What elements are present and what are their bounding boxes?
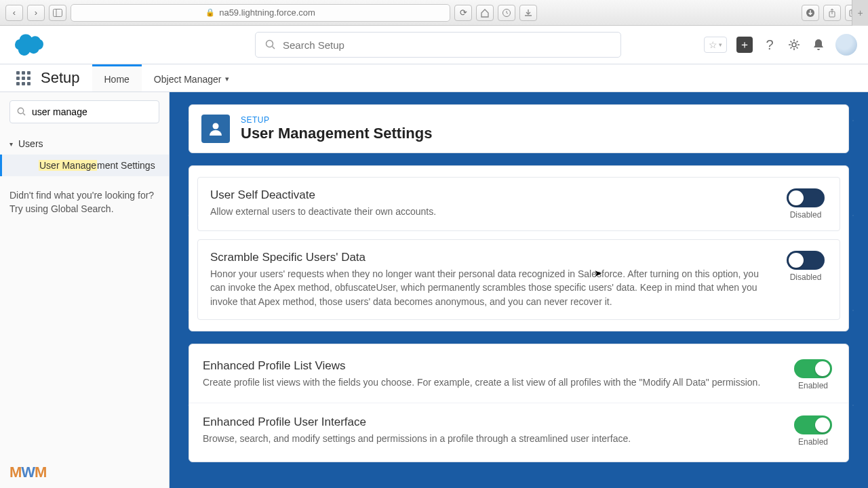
- share-icon: [827, 8, 837, 18]
- global-create-button[interactable]: ＋: [736, 37, 753, 53]
- waffle-icon: [16, 71, 31, 85]
- global-search[interactable]: [255, 32, 621, 58]
- setting-enhanced-profile-list-views: Enhanced Profile List Views Create profi…: [189, 347, 848, 403]
- history-button[interactable]: [498, 5, 515, 21]
- chevron-down-icon: ▾: [225, 75, 229, 83]
- tree-label-rest: ment Settings: [97, 160, 155, 171]
- download-arrow-icon: [806, 8, 815, 18]
- setting-desc: Create profile list views with the field…: [203, 375, 778, 389]
- tab-object-manager[interactable]: Object Manager ▾: [142, 64, 242, 92]
- panel-icon: [53, 9, 62, 17]
- user-icon: [201, 115, 230, 143]
- svg-point-12: [213, 123, 219, 129]
- browser-toolbar: ‹ › 🔒 na59.lightning.force.com ⟳ +: [0, 0, 868, 26]
- toggle-state-label: Enabled: [798, 381, 828, 390]
- setting-title: Enhanced Profile User Interface: [203, 415, 778, 429]
- tree-node-users[interactable]: ▾ Users: [0, 133, 169, 155]
- favorites-button[interactable]: ☆▾: [704, 37, 727, 53]
- forward-button[interactable]: ›: [27, 5, 45, 21]
- setting-scramble-users-data: Scramble Specific Users' Data Honor your…: [197, 239, 840, 320]
- quick-find[interactable]: [9, 100, 159, 123]
- setup-gear-button[interactable]: [787, 37, 802, 52]
- tab-label: Object Manager: [154, 74, 222, 85]
- setting-title: Scramble Specific Users' Data: [210, 251, 770, 264]
- downloads-button[interactable]: [519, 5, 537, 21]
- watermark: MWM: [9, 464, 46, 481]
- app-launcher[interactable]: [12, 64, 34, 92]
- svg-line-11: [23, 113, 25, 115]
- url-text: na59.lightning.force.com: [219, 7, 315, 18]
- sidebar-toggle-button[interactable]: [49, 5, 66, 21]
- global-search-input[interactable]: [283, 39, 611, 51]
- sidebar-hint: Didn't find what you're looking for? Try…: [0, 176, 169, 228]
- svg-line-8: [273, 47, 275, 49]
- svg-rect-0: [54, 9, 62, 16]
- home-icon: [480, 8, 490, 18]
- tab-home[interactable]: Home: [92, 64, 142, 92]
- settings-group-2: Enhanced Profile List Views Create profi…: [189, 344, 849, 462]
- highlight-match: User Manage: [39, 160, 97, 171]
- address-bar[interactable]: 🔒 na59.lightning.force.com: [71, 4, 450, 22]
- setting-desc: Allow external users to deactivate their…: [210, 205, 770, 218]
- new-tab-button[interactable]: +: [852, 0, 868, 26]
- setting-desc: Browse, search, and modify settings and …: [203, 432, 778, 445]
- setting-enhanced-profile-ui: Enhanced Profile User Interface Browse, …: [189, 403, 848, 459]
- page-eyebrow: SETUP: [241, 115, 432, 125]
- salesforce-logo: [11, 32, 47, 58]
- back-button[interactable]: ‹: [5, 5, 23, 21]
- chevron-down-icon: ▾: [719, 41, 722, 48]
- toggle-enhanced-profile-ui[interactable]: [794, 415, 832, 434]
- clock-icon: [502, 8, 511, 18]
- app-header: ☆▾ ＋ ?: [0, 26, 868, 64]
- home-button[interactable]: [476, 5, 494, 21]
- toggle-enhanced-profile-list-views[interactable]: [794, 359, 832, 378]
- content-area: SETUP User Management Settings User Self…: [170, 92, 868, 488]
- setup-sidebar: ▾ Users User Management Settings Didn't …: [0, 92, 170, 488]
- gear-icon: [787, 38, 801, 52]
- page-title: User Management Settings: [241, 125, 432, 142]
- bell-icon: [812, 38, 825, 52]
- share-button[interactable]: [823, 5, 841, 21]
- search-icon: [265, 39, 276, 50]
- toggle-state-label: Disabled: [790, 272, 822, 282]
- toggle-user-self-deactivate[interactable]: [787, 188, 825, 207]
- setting-title: User Self Deactivate: [210, 188, 770, 202]
- setting-user-self-deactivate: User Self Deactivate Allow external user…: [197, 177, 840, 231]
- chevron-down-icon: ▾: [9, 140, 13, 148]
- svg-point-7: [267, 41, 273, 47]
- star-icon: ☆: [709, 39, 717, 50]
- svg-point-10: [18, 108, 23, 113]
- reload-button[interactable]: ⟳: [454, 5, 472, 21]
- setting-title: Enhanced Profile List Views: [203, 359, 778, 373]
- lock-icon: 🔒: [205, 8, 215, 17]
- svg-point-9: [792, 43, 796, 47]
- tree-label: Users: [18, 138, 43, 149]
- settings-group-1: User Self Deactivate Allow external user…: [189, 165, 849, 331]
- page-header: SETUP User Management Settings: [189, 104, 849, 153]
- app-name: Setup: [34, 64, 92, 92]
- tab-label: Home: [104, 74, 130, 85]
- download-tray-icon: [524, 8, 533, 18]
- search-icon: [17, 107, 26, 117]
- context-nav: Setup Home Object Manager ▾: [0, 64, 868, 92]
- toggle-state-label: Disabled: [790, 210, 822, 220]
- user-avatar[interactable]: [835, 34, 857, 56]
- notifications-button[interactable]: [811, 37, 826, 52]
- toggle-scramble-users-data[interactable]: [787, 251, 825, 270]
- help-button[interactable]: ?: [762, 37, 777, 52]
- quick-find-input[interactable]: [32, 106, 152, 117]
- toggle-state-label: Enabled: [798, 437, 828, 447]
- download-indicator[interactable]: [802, 5, 819, 21]
- tree-item-user-management-settings[interactable]: User Management Settings: [0, 155, 169, 176]
- setting-desc: Honor your users' requests when they no …: [210, 267, 770, 308]
